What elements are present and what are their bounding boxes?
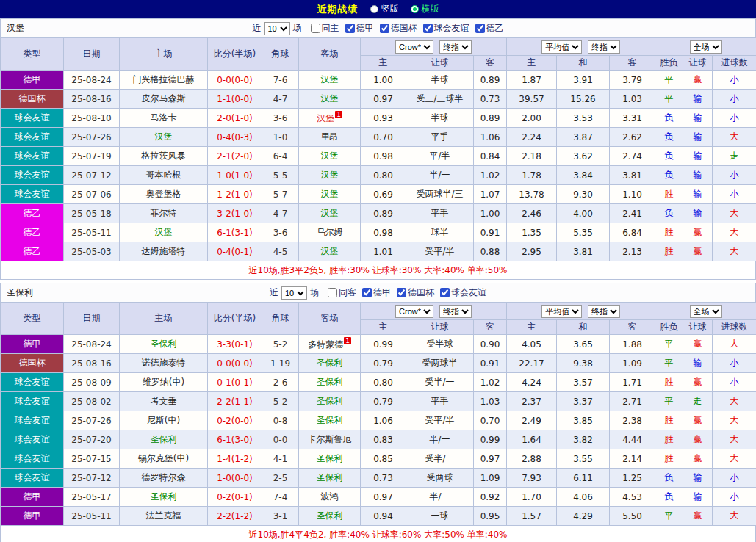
filter-checkbox-德甲[interactable]: 德甲 [345, 22, 374, 35]
away-team-cell: 汉堡 [299, 147, 361, 166]
home-team-link[interactable]: 达姆施塔特 [142, 246, 186, 256]
odds-handicap-cell: 受半球 [406, 335, 474, 354]
average-select[interactable]: 平均值 [541, 40, 582, 54]
score-cell: 0-0(0-0) [208, 354, 262, 373]
home-team-link[interactable]: 马洛卡 [151, 112, 177, 123]
handicap-result-cell: 输 [683, 354, 713, 373]
match-count-select[interactable]: 10 [264, 22, 290, 35]
away-team-link[interactable]: 卡尔斯鲁厄 [308, 434, 352, 444]
home-team-link[interactable]: 哥本哈根 [146, 170, 181, 180]
match-count-select[interactable]: 10 [281, 286, 307, 300]
filter-checkbox-德国杯[interactable]: 德国杯 [397, 286, 434, 299]
red-card-badge: 1 [335, 111, 342, 118]
filter-checkbox-球会友谊[interactable]: 球会友谊 [440, 286, 486, 299]
home-team-link[interactable]: 维罗纳(中) [143, 377, 184, 387]
home-team-link[interactable]: 汉堡 [155, 131, 173, 142]
odds-handicap-cell: 半/一 [406, 166, 474, 185]
away-team-link[interactable]: 汉堡 [321, 74, 339, 84]
avg-draw-cell: 4.06 [557, 488, 610, 507]
avg-away-cell: 3.81 [610, 166, 655, 185]
average-type-select[interactable]: 终指 [588, 40, 620, 54]
checkbox-input[interactable] [440, 288, 450, 297]
home-team-link[interactable]: 汉堡 [155, 227, 173, 237]
odds-company-select[interactable]: Crow* [395, 40, 433, 54]
checkbox-input[interactable] [311, 24, 320, 33]
home-team-link[interactable]: 德罗特尔森 [142, 472, 186, 483]
home-team-link[interactable]: 皮尔马森斯 [142, 93, 186, 104]
score-cell: 0-2(0-0) [208, 411, 262, 430]
col-odds-home: 主 [361, 320, 406, 335]
away-team-link[interactable]: 汉堡 [321, 208, 339, 218]
away-team-link[interactable]: 汉堡 [321, 93, 339, 104]
away-team-link[interactable]: 乌尔姆 [317, 227, 343, 237]
away-team-link[interactable]: 圣保利 [317, 396, 343, 406]
filter-checkbox-德乙[interactable]: 德乙 [475, 22, 504, 35]
scope-select[interactable]: 全场 [690, 40, 722, 54]
odds-type-select[interactable]: 终指 [439, 40, 472, 54]
average-select[interactable]: 平均值 [541, 305, 582, 318]
checkbox-input[interactable] [345, 24, 355, 33]
checkbox-input[interactable] [475, 24, 485, 33]
avg-home-cell: 2.46 [507, 204, 557, 223]
away-team-link[interactable]: 圣保利 [317, 453, 343, 463]
home-team-link[interactable]: 菲尔特 [151, 208, 177, 218]
away-team-link[interactable]: 圣保利 [317, 377, 343, 387]
scope-select[interactable]: 全场 [690, 305, 722, 318]
home-team-link[interactable]: 门兴格拉德巴赫 [133, 74, 195, 84]
avg-home-cell: 1.35 [507, 223, 557, 242]
layout-radio-vertical[interactable]: 竖版 [370, 3, 399, 15]
away-team-cell: 乌尔姆 [299, 223, 361, 242]
goals-result-cell: 大 [713, 128, 756, 147]
checkbox-input[interactable] [423, 24, 433, 33]
away-team-link[interactable]: 多特蒙德 [308, 339, 343, 350]
home-team-link[interactable]: 锡尔克堡(中) [138, 453, 189, 463]
filter-checkbox-德甲[interactable]: 德甲 [362, 286, 391, 299]
checkbox-input[interactable] [328, 288, 337, 297]
filter-checkbox-德国杯[interactable]: 德国杯 [380, 22, 417, 35]
home-team-link[interactable]: 法兰克福 [146, 510, 181, 521]
odds-home-cell: 0.83 [361, 430, 406, 449]
home-team-link[interactable]: 尼斯(中) [147, 415, 180, 425]
away-team-link[interactable]: 汉堡 [321, 189, 339, 199]
home-team-link[interactable]: 诺德施泰特 [142, 358, 186, 368]
away-team-link[interactable]: 汉堡 [321, 151, 339, 161]
layout-radio-horizontal[interactable]: 横版 [411, 3, 439, 15]
away-team-link[interactable]: 汉堡 [321, 170, 339, 180]
checkbox-input[interactable] [362, 288, 372, 297]
avg-away-cell: 4.44 [610, 430, 655, 449]
home-team-link[interactable]: 圣保利 [151, 339, 177, 349]
odds-home-cell: 0.80 [361, 373, 406, 392]
away-team-link[interactable]: 圣保利 [317, 472, 343, 483]
odds-handicap-cell: 受平/半 [406, 411, 474, 430]
away-team-link[interactable]: 波鸿 [321, 491, 339, 502]
away-team-link[interactable]: 圣保利 [317, 415, 343, 425]
avg-away-cell: 1.10 [610, 185, 655, 204]
away-team-link[interactable]: 汉堡 [321, 246, 339, 256]
filter-checkbox-同主[interactable]: 同主 [311, 22, 339, 35]
odds-type-select[interactable]: 终指 [439, 305, 472, 318]
checkbox-input[interactable] [380, 24, 389, 33]
odds-company-select[interactable]: Crow* [395, 305, 433, 318]
odds-home-cell: 0.79 [361, 354, 406, 373]
corner-cell: 4-7 [262, 90, 299, 109]
home-team-link[interactable]: 圣保利 [151, 491, 177, 502]
odds-home-cell: 0.93 [361, 109, 406, 128]
away-team-link[interactable]: 圣保利 [317, 510, 343, 521]
home-team-link[interactable]: 圣保利 [151, 434, 177, 444]
home-team-link[interactable]: 格拉茨风暴 [142, 151, 186, 161]
avg-draw-cell: 3.65 [557, 335, 610, 354]
away-team-link[interactable]: 圣保利 [317, 358, 343, 368]
away-team-link[interactable]: 汉堡 [317, 113, 334, 123]
home-team-link[interactable]: 奥登堡格 [146, 189, 181, 199]
home-team-cell: 圣保利 [120, 335, 208, 354]
home-team-cell: 菲尔特 [120, 204, 208, 223]
home-team-link[interactable]: 考文垂 [151, 396, 177, 406]
home-team-cell: 达姆施塔特 [120, 242, 208, 261]
avg-draw-cell: 5.35 [557, 223, 610, 242]
average-type-select[interactable]: 终指 [588, 305, 620, 318]
filter-checkbox-球会友谊[interactable]: 球会友谊 [423, 22, 469, 35]
match-row: 德乙 25-05-03 达姆施塔特 0-4(0-1) 4-5 汉堡 1.01 受… [1, 242, 756, 261]
filter-checkbox-同客[interactable]: 同客 [328, 286, 356, 299]
checkbox-input[interactable] [397, 288, 406, 297]
away-team-link[interactable]: 里昂 [321, 131, 339, 142]
